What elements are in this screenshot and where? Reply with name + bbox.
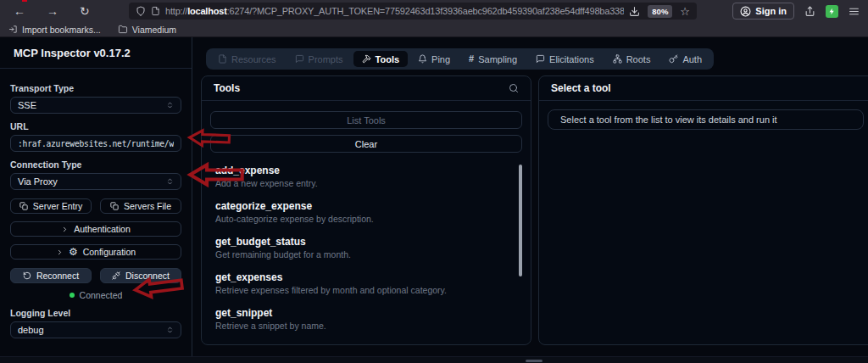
tab-tools[interactable]: Tools xyxy=(353,51,409,67)
server-entry-button[interactable]: Server Entry xyxy=(10,198,92,214)
zoom-level-badge[interactable]: 80% xyxy=(648,5,672,18)
tool-name: categorize_expense xyxy=(215,200,522,213)
status-dot xyxy=(70,293,75,298)
import-icon xyxy=(8,25,18,34)
extension-icon[interactable] xyxy=(826,5,838,18)
search-icon[interactable] xyxy=(509,83,519,93)
chevrons-up-down-icon xyxy=(166,176,174,187)
list-tools-button[interactable]: List Tools xyxy=(210,111,522,129)
download-icon[interactable] xyxy=(629,6,640,17)
browser-toolbar: ← → ↻ http://localhost:6274/?MCP_PROXY_A… xyxy=(0,0,868,22)
transport-type-select[interactable]: SSE xyxy=(10,97,181,114)
tool-list-item[interactable]: categorize_expense Auto-categorize expen… xyxy=(215,200,522,225)
connection-type-value: Via Proxy xyxy=(18,176,58,187)
bookmark-star-icon[interactable]: ☆ xyxy=(680,5,690,18)
tool-name: get_snippet xyxy=(215,307,522,320)
gear-icon: ⚙ xyxy=(69,247,78,257)
detail-placeholder: Select a tool from the list to view its … xyxy=(548,109,864,130)
annotation-arrow-connection-type xyxy=(182,162,250,187)
configuration-label: Configuration xyxy=(83,247,136,257)
tab-prompts[interactable]: Prompts xyxy=(287,51,352,67)
annotation-arrow-url xyxy=(186,125,231,152)
menu-icon[interactable] xyxy=(849,6,860,17)
copy-icon xyxy=(19,202,28,210)
tool-list-scrollbar[interactable] xyxy=(519,165,522,276)
chat-bubble-icon xyxy=(295,54,304,64)
tab-label: Auth xyxy=(682,54,702,64)
network-icon xyxy=(613,54,622,64)
chevrons-up-down-icon xyxy=(166,325,174,335)
files-icon xyxy=(218,54,227,64)
server-entry-label: Server Entry xyxy=(33,201,82,211)
refresh-icon xyxy=(23,271,31,280)
tab-sampling[interactable]: # Sampling xyxy=(460,51,526,67)
url-text[interactable]: http://localhost:6274/?MCP_PROXY_AUTH_TO… xyxy=(165,6,624,16)
configuration-expander[interactable]: ⚙ Configuration xyxy=(10,244,181,260)
bookmark-folder-label: Viamedium xyxy=(132,25,176,35)
bookmarks-bar: Import bookmarks... Viamedium xyxy=(0,22,868,37)
main-tab-bar: Resources Prompts Tools Ping # Sampling … xyxy=(206,48,714,70)
tool-list-item[interactable]: get_snippet Retrieve a snippet by name. xyxy=(215,307,522,332)
tool-description: Retrieve a snippet by name. xyxy=(215,321,522,332)
tab-label: Tools xyxy=(376,54,400,64)
hammer-icon xyxy=(362,54,371,64)
tool-name: get_expenses xyxy=(215,271,522,284)
page-icon[interactable] xyxy=(151,6,160,16)
back-icon[interactable]: ← xyxy=(14,5,25,17)
tool-description: Add a new expense entry. xyxy=(215,178,522,189)
account-icon xyxy=(740,6,751,17)
tab-label: Prompts xyxy=(309,54,343,64)
tab-ping[interactable]: Ping xyxy=(409,51,459,67)
horizontal-scrollbar[interactable] xyxy=(526,360,542,362)
tab-roots[interactable]: Roots xyxy=(604,51,659,67)
share-icon[interactable] xyxy=(804,6,815,17)
chevrons-up-down-icon xyxy=(166,100,174,110)
sign-in-label: Sign in xyxy=(755,6,787,16)
forward-icon[interactable]: → xyxy=(47,5,58,17)
sign-in-button[interactable]: Sign in xyxy=(732,3,794,20)
logging-level-select[interactable]: debug xyxy=(10,321,181,338)
servers-file-button[interactable]: Servers File xyxy=(100,198,181,214)
chevron-right-icon xyxy=(61,226,69,233)
bookmark-folder-viamedium[interactable]: Viamedium xyxy=(118,25,176,35)
connection-type-select[interactable]: Via Proxy xyxy=(10,173,181,190)
tool-description: Retrieve expenses filtered by month and … xyxy=(215,285,522,296)
hash-icon: # xyxy=(469,54,474,64)
unplug-icon xyxy=(112,271,120,280)
tab-label: Roots xyxy=(626,54,651,64)
tool-list-item[interactable]: get_budget_status Get remaining budget f… xyxy=(215,236,522,260)
authentication-label: Authentication xyxy=(74,224,131,234)
tool-list-item[interactable]: get_spending_summary Summarize spending … xyxy=(215,343,522,345)
import-bookmarks-label: Import bookmarks... xyxy=(22,25,101,35)
reload-icon[interactable]: ↻ xyxy=(80,5,90,17)
tab-elicitations[interactable]: Elicitations xyxy=(527,51,603,67)
logging-level-label: Logging Level xyxy=(10,308,181,318)
reconnect-button[interactable]: Reconnect xyxy=(10,268,92,283)
transport-type-label: Transport Type xyxy=(10,83,181,93)
tab-auth[interactable]: Auth xyxy=(660,51,710,67)
reconnect-label: Reconnect xyxy=(36,271,79,281)
tool-list-item[interactable]: add_expense Add a new expense entry. xyxy=(215,165,522,189)
tab-label: Sampling xyxy=(478,54,517,64)
clear-button[interactable]: Clear xyxy=(210,135,522,153)
transport-type-value: SSE xyxy=(18,100,36,110)
chevron-right-icon xyxy=(56,249,64,256)
authentication-expander[interactable]: Authentication xyxy=(10,221,181,237)
url-bar[interactable]: http://localhost:6274/?MCP_PROXY_AUTH_TO… xyxy=(129,3,697,20)
tool-list-item[interactable]: get_expenses Retrieve expenses filtered … xyxy=(215,271,522,296)
tab-label: Ping xyxy=(431,54,450,64)
servers-file-label: Servers File xyxy=(124,201,171,211)
tab-resources[interactable]: Resources xyxy=(209,51,285,67)
url-input[interactable] xyxy=(10,135,181,152)
tool-name: get_budget_status xyxy=(215,236,522,249)
logging-level-value: debug xyxy=(18,325,44,335)
tools-panel-title: Tools xyxy=(214,82,240,94)
shield-icon[interactable] xyxy=(136,6,146,16)
tab-label: Elicitations xyxy=(549,54,594,64)
tab-strip-remnant xyxy=(22,0,27,2)
mcp-inspector-app: MCP Inspector v0.17.2 Transport Type SSE… xyxy=(0,37,868,363)
key-icon xyxy=(669,54,678,64)
import-bookmarks-item[interactable]: Import bookmarks... xyxy=(8,25,101,35)
page-bottom-strip xyxy=(0,356,868,363)
bell-icon xyxy=(418,54,427,64)
